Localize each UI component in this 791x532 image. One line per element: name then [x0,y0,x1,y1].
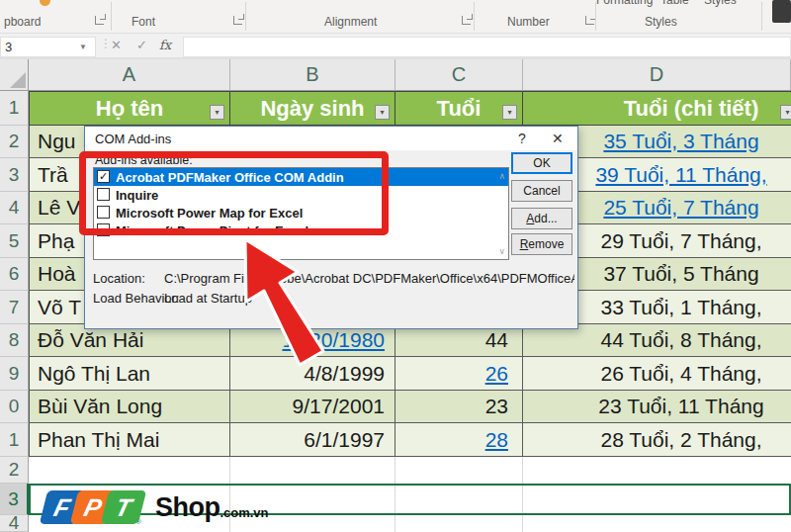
location-value: C:\Program Files\Adobe\Acrobat DC\PDFMak… [164,271,574,286]
table-row-10: Bùi Văn Long 9/17/2001 23 23 Tuổi, 11 Th… [29,391,791,423]
group-font: Font [132,15,155,29]
cell-a11[interactable]: Phan Thị Mai [29,423,230,457]
help-icon[interactable]: ? [518,131,526,146]
remove-button[interactable]: Remove [511,233,572,255]
dialog-title: COM Add-ins [95,132,171,146]
cell-d10[interactable]: 23 Tuổi, 11 Tháng [523,391,791,423]
cell-d11[interactable]: 28 Tuổi, 2 Tháng, [523,423,791,457]
header-label: Họ tên [96,96,163,122]
row-header-10[interactable]: 0 [0,391,29,423]
conditional-formatting-label[interactable]: Formatting [596,0,653,7]
row-header-3[interactable]: 3 [0,158,29,192]
filter-dropdown-icon[interactable]: ▾ [780,105,791,120]
filter-dropdown-icon[interactable]: ▾ [502,105,517,120]
cell-b10[interactable]: 9/17/2001 [230,391,396,423]
insert-cells-icon[interactable] [772,0,791,23]
group-styles: Styles [645,15,677,29]
dialog-titlebar[interactable]: COM Add-ins ? ✕ [85,127,577,150]
filter-dropdown-icon[interactable]: ▾ [375,105,390,120]
row-header-8[interactable]: 8 [0,324,29,357]
row-header-14[interactable]: 4 [0,515,29,532]
cell-a9[interactable]: Ngô Thị Lan [29,357,230,391]
alignment-dialog-launcher-icon[interactable] [462,16,471,25]
cell-b11[interactable]: 6/1/1997 [230,423,396,457]
format-painter-icon[interactable] [40,0,50,6]
cancel-button[interactable]: Cancel [511,180,572,202]
close-icon[interactable]: ✕ [552,131,564,146]
cancel-icon[interactable]: ✕ [111,38,122,52]
group-separator [245,2,246,31]
clipboard-dialog-launcher-icon[interactable] [95,16,104,25]
group-separator [111,2,112,31]
enter-icon[interactable]: ✓ [136,38,147,52]
cell-d9[interactable]: 26 Tuổi, 4 Tháng, [523,357,791,391]
row-header-11[interactable]: 1 [0,423,29,457]
row-header-12[interactable]: 2 [0,457,29,484]
group-separator [761,2,762,31]
remove-accesskey: R [520,237,529,251]
add-button[interactable]: Add... [511,208,572,229]
row-header-2[interactable]: 2 [0,126,29,158]
header-label: Ngày sinh [260,96,364,122]
row-header-9[interactable]: 9 [0,357,29,391]
select-all-triangle-icon [10,72,26,88]
header-tuoi-chi-tiet[interactable]: Tuổi (chi tiết)▾ [523,91,791,126]
table-header-row: Họ tên▾ Ngày sinh▾ Tuổi▾ Tuổi (chi tiết)… [29,91,791,126]
column-header-d[interactable]: D [523,59,791,91]
row-header-1[interactable]: 1 [0,91,29,126]
cell-c10[interactable]: 23 [396,391,523,423]
column-header-c[interactable]: C [396,59,523,91]
row-header-4[interactable]: 4 [0,192,29,224]
cell-b9[interactable]: 4/8/1999 [230,357,396,391]
insert-function-icon[interactable]: fx [159,38,171,52]
header-ngay-sinh[interactable]: Ngày sinh▾ [230,91,396,126]
remove-label-rest: emove [528,237,564,251]
table-row-9: Ngô Thị Lan 4/8/1999 26 26 Tuổi, 4 Tháng… [29,357,791,391]
cell-styles-label[interactable]: Styles [704,0,737,7]
header-tuoi[interactable]: Tuổi▾ [396,91,523,126]
column-header-a[interactable]: A [29,59,230,91]
fpt-shop-logo: F P T ® Shop .com.vn [44,487,269,528]
add-accesskey: A [526,212,534,225]
header-label: Tuổi [437,96,482,122]
ribbon: Formatting Table Styles pboard Font Alig… [0,0,791,34]
group-separator [474,2,475,31]
table-row-11: Phan Thị Mai 6/1/1997 28 28 Tuổi, 2 Thán… [29,423,791,457]
header-label: Tuổi (chi tiết) [624,96,758,122]
add-label-rest: dd... [534,212,557,225]
ok-button[interactable]: OK [511,152,572,174]
number-dialog-launcher-icon[interactable] [585,16,594,25]
formula-bar-row: 3 ▼ ⋮ ✕ ✓ fx [0,34,791,59]
format-as-table-label[interactable]: Table [660,0,689,7]
group-clipboard: pboard [4,15,41,29]
cell-a10[interactable]: Bùi Văn Long [29,391,230,423]
header-ho-ten[interactable]: Họ tên▾ [29,91,230,126]
annotation-highlight-rectangle [79,151,389,235]
row-header-7[interactable]: 7 [0,291,29,324]
group-number: Number [507,15,550,29]
row-header-6[interactable]: 6 [0,258,29,291]
name-box-dropdown-icon[interactable]: ▼ [79,43,87,51]
logo-shop-text: Shop [155,492,220,523]
cell-c9[interactable]: 26 [396,357,523,391]
row-header-5[interactable]: 5 [0,224,29,258]
row-header-13-selected[interactable]: 3 [0,484,29,515]
logo-domain-text: .com.vn [220,505,268,520]
group-separator [595,2,596,31]
font-dialog-launcher-icon[interactable] [233,16,242,25]
column-header-b[interactable]: B [230,59,396,91]
location-label: Location: [93,271,145,286]
scroll-down-icon[interactable]: ∨ [498,246,505,256]
cell-c11[interactable]: 28 [396,423,523,457]
filter-dropdown-icon[interactable]: ▾ [210,105,224,120]
select-all-corner[interactable] [0,59,29,91]
load-behavior-value: Load at Startup [164,291,252,306]
formula-bar-input[interactable] [183,37,791,57]
scroll-up-icon[interactable]: ∧ [498,171,505,181]
group-alignment: Alignment [324,15,377,29]
